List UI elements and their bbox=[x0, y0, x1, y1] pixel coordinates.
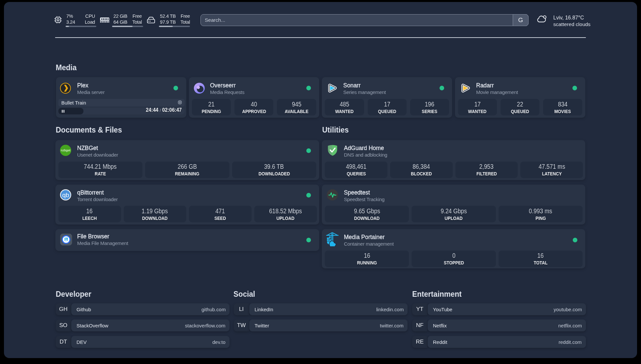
svg-text:nzbget: nzbget bbox=[61, 148, 71, 152]
svg-text:qb: qb bbox=[62, 191, 69, 198]
